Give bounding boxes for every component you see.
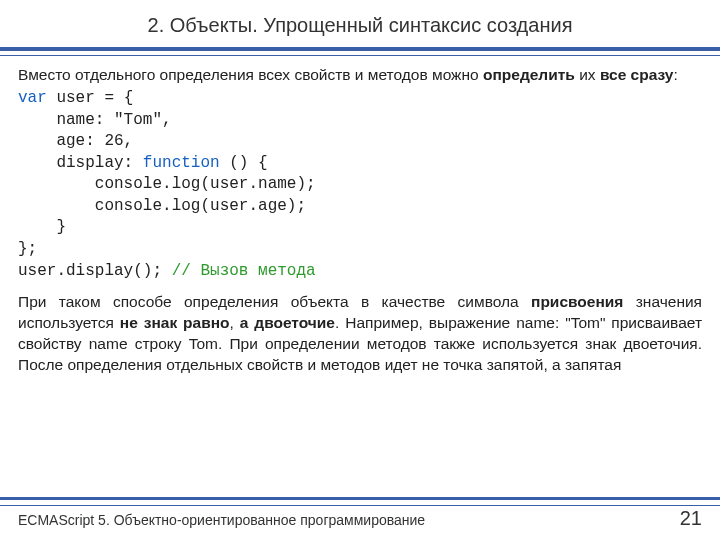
explain-paragraph: При таком способе определения объекта в …	[18, 292, 702, 376]
divider-top	[0, 47, 720, 51]
divider-bottom	[0, 497, 720, 500]
intro-paragraph: Вместо отдельного определения всех свойс…	[18, 65, 702, 86]
code-l1b: user = {	[47, 89, 133, 107]
p-t1: При таком способе определения объекта в …	[18, 293, 531, 310]
code-l4c: () {	[220, 154, 268, 172]
kw-function: function	[143, 154, 220, 172]
footer: ECMAScript 5. Объектно-ориентированное п…	[0, 507, 720, 530]
p-b1: присвоения	[531, 293, 623, 310]
code-l7: }	[18, 218, 66, 236]
code-l2: name: "Tom",	[18, 111, 172, 129]
intro-t3: :	[673, 66, 677, 83]
code-l9a: user.display();	[18, 262, 172, 280]
p-t3: ,	[230, 314, 240, 331]
intro-b2: все сразу	[600, 66, 674, 83]
intro-b1: определить	[483, 66, 575, 83]
page-number: 21	[680, 507, 702, 530]
slide-body: Вместо отдельного определения всех свойс…	[0, 55, 720, 376]
kw-var: var	[18, 89, 47, 107]
code-l4a: display:	[18, 154, 143, 172]
code-l3: age: 26,	[18, 132, 133, 150]
p-b2: не знак равно	[120, 314, 230, 331]
intro-t1: Вместо отдельного определения всех свойс…	[18, 66, 483, 83]
code-l5: console.log(user.name);	[18, 175, 316, 193]
code-l8: };	[18, 240, 37, 258]
p-b3: а двоеточие	[240, 314, 335, 331]
slide-title: 2. Объекты. Упрощенный синтаксис создани…	[0, 0, 720, 47]
footer-text: ECMAScript 5. Объектно-ориентированное п…	[18, 512, 425, 528]
code-block: var user = { name: "Tom", age: 26, displ…	[18, 88, 702, 282]
intro-t2: их	[575, 66, 600, 83]
code-comment: // Вызов метода	[172, 262, 316, 280]
code-l6: console.log(user.age);	[18, 197, 306, 215]
